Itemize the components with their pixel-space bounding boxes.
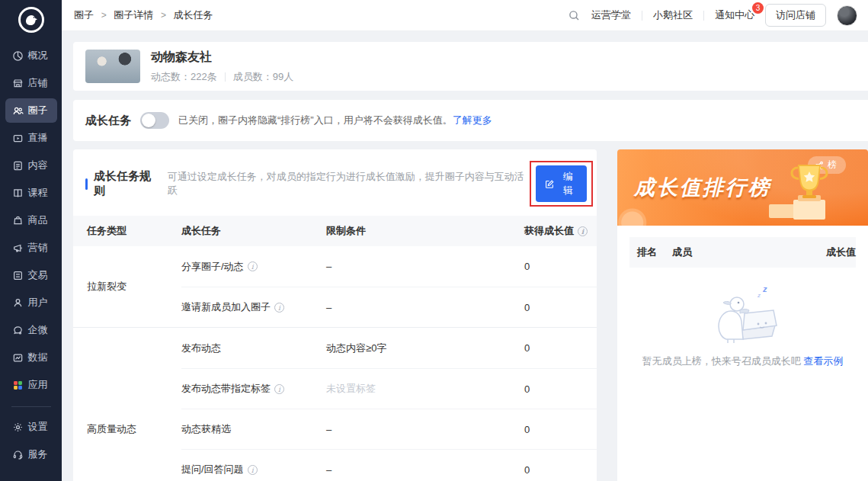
sidebar-item-label: 商品 <box>28 213 48 227</box>
growth-rules-table: 任务类型 成长任务 限制条件 获得成长值i 拉新裂变 分享圈子/动态i – 0 <box>73 216 597 481</box>
trophy-icon <box>764 157 834 224</box>
sidebar-item-data[interactable]: 数据 <box>5 345 57 370</box>
community-info-card: 动物森友社 动态数：222条 成员数：99人 <box>73 42 868 91</box>
table-row: 发布动态带指定标签i 未设置标签 0 <box>181 368 597 409</box>
breadcrumb-community[interactable]: 圈子 <box>74 9 94 21</box>
community-name: 动物森友社 <box>151 50 293 66</box>
table-row: 提问/回答问题i – 0 <box>181 449 597 481</box>
visit-store-button[interactable]: 访问店铺 <box>765 4 826 27</box>
service-headset-icon <box>12 449 24 460</box>
sidebar-item-marketing[interactable]: 营销 <box>5 236 57 260</box>
topbar-separator <box>703 11 704 21</box>
sidebar-item-store[interactable]: 店铺 <box>5 71 57 95</box>
sidebar-item-label: 直播 <box>28 131 48 145</box>
sidebar-item-apps[interactable]: 应用 <box>5 373 57 397</box>
gear-icon <box>12 422 24 433</box>
info-icon[interactable]: i <box>248 261 258 271</box>
learn-more-link[interactable]: 了解更多 <box>453 114 492 127</box>
sidebar-divider <box>11 406 51 407</box>
sidebar-item-settings[interactable]: 设置 <box>5 415 57 439</box>
col-growth-value: 获得成长值 <box>524 224 574 238</box>
task-condition: 动态内容≥0字 <box>326 342 524 355</box>
sidebar-item-live[interactable]: 直播 <box>5 126 57 150</box>
task-value: 0 <box>524 424 597 435</box>
task-value: 0 <box>524 383 597 395</box>
table-header-row: 任务类型 成长任务 限制条件 获得成长值i <box>73 216 597 246</box>
sidebar-item-label: 数据 <box>28 351 48 364</box>
sidebar-item-label: 圈子 <box>28 104 48 117</box>
info-icon[interactable]: i <box>578 226 588 236</box>
trade-icon <box>12 270 24 281</box>
search-icon[interactable] <box>568 9 581 22</box>
nav-xiaoe-community[interactable]: 小鹅社区 <box>653 8 693 22</box>
view-example-link[interactable]: 查看示例 <box>803 355 843 367</box>
task-name: 发布动态 <box>181 342 221 355</box>
sidebar-item-content[interactable]: 内容 <box>5 153 57 178</box>
main-content: 动物森友社 动态数：222条 成员数：99人 成长任务 已关闭，圈子内将隐藏“排… <box>62 31 868 481</box>
title-accent-bar <box>85 178 88 190</box>
task-value: 0 <box>524 302 597 313</box>
sidebar-item-users[interactable]: 用户 <box>5 290 57 315</box>
store-icon <box>12 78 24 89</box>
sidebar-item-trade[interactable]: 交易 <box>5 263 57 287</box>
task-condition: 未设置标签 <box>326 382 524 396</box>
task-name: 邀请新成员加入圈子 <box>181 300 271 314</box>
sidebar-item-overview[interactable]: 概况 <box>5 43 57 68</box>
sidebar-item-course[interactable]: 课程 <box>5 181 57 205</box>
toggle-status-text: 已关闭，圈子内将隐藏“排行榜”入口，用户将不会获得成长值。 <box>178 114 453 127</box>
leaderboard-banner: 成长值排行榜 榜 <box>617 149 868 226</box>
growth-task-toggle-card: 成长任务 已关闭，圈子内将隐藏“排行榜”入口，用户将不会获得成长值。 了解更多 <box>73 100 868 141</box>
sidebar-item-service[interactable]: 服务 <box>5 442 57 467</box>
brand-logo-goose-icon <box>18 7 44 33</box>
sidebar-item-label: 营销 <box>28 241 48 255</box>
stats-divider <box>225 72 226 82</box>
sidebar-item-community[interactable]: 圈子 <box>5 98 57 123</box>
content-doc-icon <box>12 160 24 172</box>
task-group-quality-posts: 高质量动态 发布动态 动态内容≥0字 0 发布动态带指定标签i 未设置标签 0 <box>73 327 597 481</box>
breadcrumb: 圈子 > 圈子详情 > 成长任务 <box>74 8 213 22</box>
col-task-type: 任务类型 <box>73 224 181 238</box>
sidebar-item-label: 内容 <box>28 159 48 172</box>
breadcrumb-community-detail[interactable]: 圈子详情 <box>114 9 153 21</box>
leaderboard-header-row: 排名 成员 成长值 <box>629 237 856 268</box>
growth-task-label: 成长任务 <box>85 114 131 128</box>
user-avatar[interactable] <box>837 5 857 26</box>
col-condition: 限制条件 <box>326 224 524 238</box>
col-growth-value: 成长值 <box>802 245 856 259</box>
apps-grid-icon <box>12 380 24 391</box>
topbar: 圈子 > 圈子详情 > 成长任务 运营学堂 小鹅社区 通知中心 3 访问店铺 <box>62 0 868 31</box>
empty-mascot-goose-icon: z z <box>697 280 789 344</box>
info-icon[interactable]: i <box>274 384 284 394</box>
nav-operation-school[interactable]: 运营学堂 <box>591 8 631 22</box>
pie-chart-icon <box>12 50 24 62</box>
sidebar-item-label: 应用 <box>28 378 48 392</box>
sidebar-item-label: 服务 <box>28 447 48 461</box>
task-name: 提问/回答问题 <box>181 463 244 476</box>
leaderboard-banner-title: 成长值排行榜 <box>634 174 771 201</box>
sidebar-item-goods[interactable]: 商品 <box>5 208 57 232</box>
info-icon[interactable]: i <box>248 465 258 475</box>
edit-button-label: 编辑 <box>559 170 578 197</box>
nav-notification-center[interactable]: 通知中心 3 <box>715 8 754 22</box>
sidebar-item-wecom[interactable]: 企微 <box>5 318 57 342</box>
col-rank: 排名 <box>629 245 672 259</box>
task-condition: – <box>326 464 524 476</box>
task-group-referral: 拉新裂变 分享圈子/动态i – 0 邀请新成员加入圈子i – 0 <box>73 246 597 327</box>
community-cover-image <box>85 50 140 83</box>
group-type-label: 高质量动态 <box>73 328 181 481</box>
info-icon[interactable]: i <box>274 303 284 313</box>
task-value: 0 <box>524 464 597 476</box>
task-condition: – <box>326 261 524 272</box>
breadcrumb-separator: > <box>101 10 107 21</box>
sidebar-item-label: 交易 <box>28 268 48 282</box>
megaphone-icon <box>12 242 24 254</box>
sidebar-item-label: 店铺 <box>28 76 48 90</box>
growth-task-switch-off[interactable] <box>140 112 169 129</box>
topbar-separator <box>642 11 642 21</box>
data-chart-icon <box>12 352 24 364</box>
edit-button[interactable]: 编辑 <box>536 165 587 202</box>
growth-rules-card: 成长任务规则 可通过设定成长任务，对成员的指定行为进行成长值激励，提升圈子内容与… <box>73 149 597 481</box>
edit-pencil-icon <box>545 179 555 189</box>
notification-badge: 3 <box>752 2 764 14</box>
annotation-highlight-box: 编辑 <box>530 161 593 207</box>
